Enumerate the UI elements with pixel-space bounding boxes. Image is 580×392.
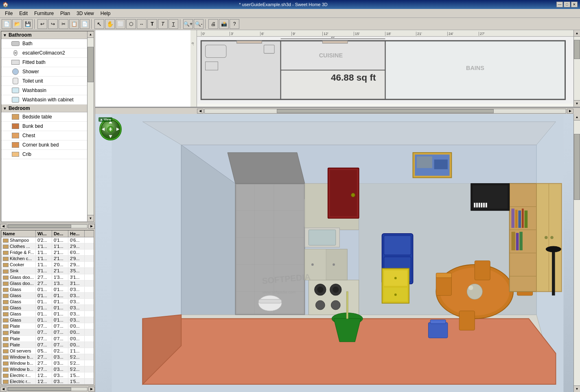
svg-text:46.88 sq ft: 46.88 sq ft — [331, 72, 376, 83]
furniture-table[interactable]: Name Wi... De... He... Shampoo0'2...0'1.… — [1, 230, 94, 385]
minimize-button[interactable]: — — [556, 2, 563, 7]
table-cell-h-0: 0'6... — [68, 237, 85, 243]
tree-item-bedside[interactable]: Bedside table — [1, 112, 94, 122]
toolbar-zoom-out[interactable]: 🔍- — [194, 19, 204, 29]
toolbar-paste[interactable]: 📄 — [80, 19, 90, 29]
tree-vscrollbar[interactable]: ▲ ▼ — [87, 31, 94, 221]
toolbar-text3[interactable]: T — [169, 19, 178, 29]
view3d-scroll-up[interactable]: ▲ — [574, 114, 580, 120]
toolbar-save[interactable]: 💾 — [23, 19, 33, 29]
close-button[interactable]: ✕ — [571, 2, 578, 7]
toolbar-copy[interactable]: 📋 — [69, 19, 79, 29]
toolbar-open[interactable]: 📂 — [12, 19, 22, 29]
tree-item-shower[interactable]: Shower — [1, 67, 94, 77]
table-row-4[interactable]: Cooker1'1...2'0...2'9... — [1, 262, 94, 268]
plan-hscroll-right[interactable]: ▶ — [567, 109, 573, 114]
tree-item-toilet[interactable]: Toilet unit — [1, 77, 94, 86]
menu-file[interactable]: File — [2, 10, 16, 17]
table-row-20[interactable]: Window b...2'7...0'3...5'2... — [1, 360, 94, 366]
tree-item-chest[interactable]: Chest — [1, 131, 94, 140]
tree-scroll-down[interactable]: ▼ — [88, 215, 94, 221]
tree-item-bunk[interactable]: Bunk bed — [1, 122, 94, 131]
toolbar-new[interactable]: 📄 — [2, 19, 11, 29]
plan-hscroll-left[interactable]: ◀ — [197, 109, 204, 114]
tree-scroll-right[interactable]: ▶ — [88, 224, 95, 229]
table-row-8[interactable]: Glass0'1...0'1...0'3... — [1, 287, 94, 293]
table-row-11[interactable]: Glass0'1...0'1...0'3... — [1, 305, 94, 311]
toolbar-help[interactable]: ? — [230, 19, 239, 29]
toolbar-cut[interactable]: ✂ — [59, 19, 68, 29]
toolbar-redo[interactable]: ↪ — [48, 19, 58, 29]
toolbar-dimension[interactable]: ↔ — [137, 19, 147, 29]
table-cell-w-8: 0'1... — [36, 287, 52, 292]
table-row-18[interactable]: Oil servers0'5...0'2...1'1... — [1, 348, 94, 354]
plan-content[interactable]: CUISINE 46.88 sq ft BAINS 10' — [197, 37, 573, 107]
table-cell-d-23: 0'3... — [52, 379, 68, 384]
table-cell-icon-22 — [3, 374, 9, 378]
table-row-0[interactable]: Shampoo0'2...0'1...0'6... — [1, 237, 94, 243]
toolbar-undo[interactable]: ↩ — [37, 19, 47, 29]
table-row-1[interactable]: Clothes ...1'1...1'1...2'9... — [1, 243, 94, 250]
toolbar-print[interactable]: 🖨 — [208, 19, 218, 29]
toolbar-select[interactable]: ↖ — [94, 19, 104, 29]
table-cell-w-10: 0'1... — [36, 299, 52, 304]
tree-item-bath[interactable]: Bath — [1, 39, 94, 48]
tree-scroll-left[interactable]: ◀ — [0, 224, 7, 229]
table-row-12[interactable]: Glass0'1...0'1...0'3... — [1, 311, 94, 317]
canvas-3d[interactable]: ▲ View — [95, 114, 580, 392]
table-row-9[interactable]: Glass0'1...0'1...0'3... — [1, 293, 94, 299]
toolbar-room[interactable]: ⬡ — [126, 19, 136, 29]
table-row-21[interactable]: Window b...2'7...0'3...5'2... — [1, 366, 94, 372]
tree-item-washbasin-cabinet[interactable]: Washbasin with cabinet — [1, 95, 94, 105]
toolbar-export[interactable]: 📸 — [219, 19, 229, 29]
nav-control[interactable]: ▲ View — [99, 118, 122, 140]
table-row-10[interactable]: Glass0'1...0'1...0'3... — [1, 299, 94, 305]
table-hscrollbar[interactable]: ◀ ▶ — [0, 385, 95, 392]
tree-scroll-up[interactable]: ▲ — [88, 31, 94, 38]
table-row-15[interactable]: Plate0'7...0'7...0'0... — [1, 329, 94, 335]
tree-item-corner-bunk[interactable]: Corner bunk bed — [1, 140, 94, 150]
plan-scroll-down[interactable]: ▼ — [574, 100, 580, 107]
menu-3dview[interactable]: 3D view — [73, 10, 97, 17]
toolbar-wall[interactable]: ⬜ — [116, 19, 125, 29]
view3d-vscrollbar[interactable]: ▲ ▼ — [573, 114, 580, 392]
tree-item-crib[interactable]: Crib — [1, 150, 94, 159]
table-row-7[interactable]: Glass doo...2'7...1'3...3'1... — [1, 280, 94, 287]
plan-scroll-up[interactable]: ▲ — [574, 30, 580, 37]
menu-help[interactable]: Help — [97, 10, 114, 17]
table-scroll-left[interactable]: ◀ — [0, 387, 7, 392]
table-row-13[interactable]: Glass0'1...0'1...0'3... — [1, 317, 94, 323]
tree-item-washbasin[interactable]: Washbasin — [1, 86, 94, 95]
toolbar-pan[interactable]: ✋ — [105, 19, 115, 29]
plan-hscrollbar[interactable]: ◀ ▶ — [95, 107, 580, 114]
toolbar-text[interactable]: T — [147, 19, 157, 29]
svg-rect-91 — [476, 203, 478, 207]
maximize-button[interactable]: □ — [564, 2, 570, 7]
tree-hscrollbar[interactable]: ◀ ▶ — [0, 223, 95, 229]
table-row-22[interactable]: Electric r...1'2...0'3...1'5... — [1, 372, 94, 379]
table-row-23[interactable]: Electric r...1'2...0'3...1'5... — [1, 379, 94, 385]
table-cell-d-12: 0'1... — [52, 311, 68, 317]
category-bathroom[interactable]: ▼ Bathroom — [1, 31, 94, 39]
table-row-3[interactable]: Kitchen c...1'1...2'1...2'9... — [1, 256, 94, 262]
svg-rect-95 — [486, 203, 487, 207]
table-scroll-right[interactable]: ▶ — [88, 387, 95, 392]
toolbar-zoom-in[interactable]: 🔍+ — [183, 19, 193, 29]
table-row-2[interactable]: Fridge & F...1'1...2'1...6'0... — [1, 250, 94, 256]
tree-item-escalier[interactable]: escalierColimacon2 — [1, 48, 94, 58]
tree-item-fitted-bath[interactable]: Fitted bath — [1, 58, 94, 67]
plan-vscrollbar[interactable]: ▲ ▼ — [573, 30, 580, 107]
menu-furniture[interactable]: Furniture — [31, 10, 57, 17]
menu-plan[interactable]: Plan — [57, 10, 73, 17]
table-row-19[interactable]: Window b...2'7...0'3...5'2... — [1, 354, 94, 360]
view3d-scroll-down[interactable]: ▼ — [574, 385, 580, 392]
table-row-5[interactable]: Sink3'1...2'1...3'5... — [1, 268, 94, 274]
table-row-14[interactable]: Plate0'7...0'7...0'0... — [1, 323, 94, 329]
furniture-tree[interactable]: ▼ Bathroom Bath escalierColimacon2 Fitte… — [1, 31, 94, 222]
toolbar-text2[interactable]: T — [158, 19, 168, 29]
table-row-6[interactable]: Glass doo...2'7...1'3...3'1... — [1, 274, 94, 280]
category-bedroom[interactable]: ▼ Bedroom — [1, 105, 94, 112]
table-row-17[interactable]: Plate0'7...0'7...0'0... — [1, 342, 94, 348]
table-row-16[interactable]: Plate0'7...0'7...0'0... — [1, 336, 94, 342]
menu-edit[interactable]: Edit — [16, 10, 31, 17]
